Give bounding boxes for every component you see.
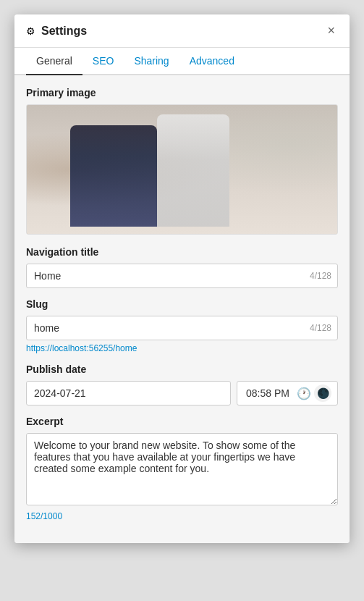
navigation-title-char-count: 4/128	[304, 271, 337, 281]
tab-general[interactable]: General	[26, 48, 82, 75]
tabs-bar: General SEO Sharing Advanced	[14, 48, 350, 75]
primary-image-label: Primary image	[26, 87, 338, 98]
primary-image-container[interactable]	[26, 104, 338, 235]
slug-char-count: 4/128	[304, 323, 337, 333]
publish-date-section: Publish date 🕐 🌑	[26, 363, 338, 405]
time-wrapper: 🕐 🌑	[237, 381, 338, 405]
navigation-title-wrapper: 4/128	[26, 264, 338, 288]
excerpt-char-count: 152/1000	[26, 511, 338, 521]
title-bar: ⚙ Settings ×	[14, 14, 350, 48]
navigation-title-label: Navigation title	[26, 246, 338, 258]
photo-figure-left	[70, 125, 157, 227]
settings-dialog: ⚙ Settings × General SEO Sharing Advance…	[14, 14, 350, 543]
navigation-title-input[interactable]	[27, 264, 304, 287]
slug-input[interactable]	[27, 316, 304, 340]
close-button[interactable]: ×	[324, 23, 338, 38]
moon-icon[interactable]: 🌑	[314, 384, 331, 402]
tab-seo[interactable]: SEO	[82, 48, 124, 75]
publish-date-label: Publish date	[26, 363, 338, 375]
title-bar-left: ⚙ Settings	[26, 25, 87, 38]
date-wrapper	[26, 381, 231, 405]
slug-section: Slug 4/128 https://localhost:56255/home	[26, 298, 338, 353]
navigation-title-section: Navigation title 4/128	[26, 246, 338, 288]
tab-sharing[interactable]: Sharing	[124, 48, 179, 75]
primary-image	[27, 105, 337, 234]
gear-icon: ⚙	[26, 25, 35, 37]
photo-figure-right	[157, 114, 229, 227]
slug-label: Slug	[26, 298, 338, 310]
excerpt-section: Excerpt Welcome to your brand new websit…	[26, 416, 338, 521]
excerpt-label: Excerpt	[26, 416, 338, 427]
publish-date-row: 🕐 🌑	[26, 381, 338, 405]
time-input[interactable]	[243, 382, 294, 405]
dialog-title: Settings	[41, 25, 87, 38]
excerpt-textarea[interactable]: Welcome to your brand new website. To sh…	[26, 433, 338, 505]
tab-advanced[interactable]: Advanced	[179, 48, 245, 75]
settings-content: Primary image Navigation title 4/128 Slu…	[14, 75, 350, 543]
clock-icon[interactable]: 🕐	[297, 387, 311, 400]
date-input[interactable]	[27, 382, 230, 405]
slug-url[interactable]: https://localhost:56255/home	[26, 343, 338, 353]
slug-wrapper: 4/128	[26, 316, 338, 340]
primary-image-section: Primary image	[26, 87, 338, 235]
